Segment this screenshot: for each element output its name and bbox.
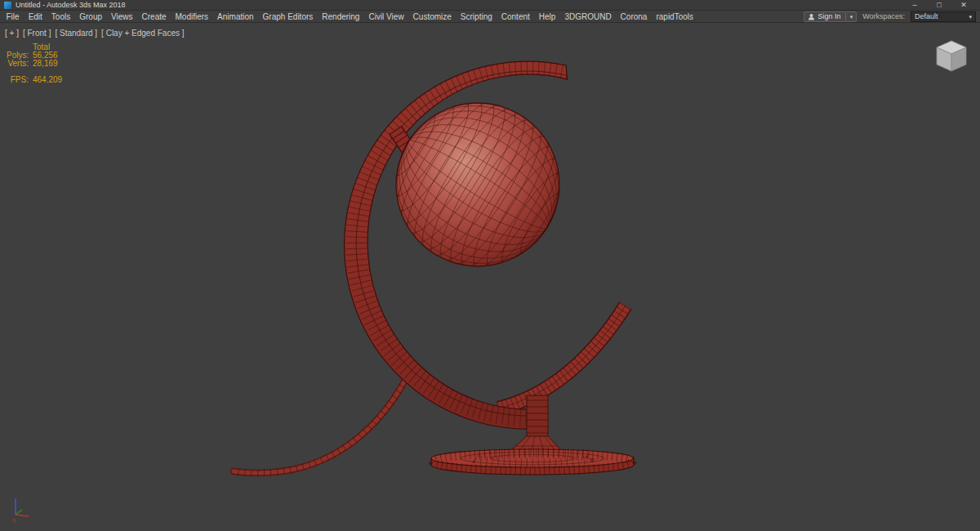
stats-fps-label: FPS:	[7, 76, 29, 84]
support-arm[interactable]	[498, 306, 626, 408]
menu-item-rapidtools[interactable]: rapidTools	[652, 11, 698, 23]
globe-base[interactable]	[431, 449, 634, 475]
base-stem[interactable]	[527, 395, 548, 438]
minimize-button[interactable]: –	[902, 0, 927, 11]
workspace-select[interactable]: Default ▾	[911, 11, 976, 22]
viewport-menu-pov[interactable]: [ Front ]	[23, 29, 51, 38]
viewport-statistics: Total Polys: 56,256 Verts: 28,169 FPS: 4…	[7, 43, 62, 84]
menu-item-help[interactable]: Help	[534, 11, 560, 23]
power-cable[interactable]	[234, 374, 408, 473]
menu-item-scripting[interactable]: Scripting	[456, 11, 497, 23]
x-axis-label: x	[12, 516, 16, 524]
menu-item-graph-editors[interactable]: Graph Editors	[258, 11, 318, 23]
maximize-button[interactable]: □	[927, 0, 951, 11]
menu-item-rendering[interactable]: Rendering	[318, 11, 364, 23]
menu-item-corona[interactable]: Corona	[616, 11, 652, 23]
menu-item-customize[interactable]: Customize	[408, 11, 456, 23]
menu-item-modifiers[interactable]: Modifiers	[171, 11, 213, 23]
menu-item-create[interactable]: Create	[137, 11, 171, 23]
sign-in-button[interactable]: Sign In ▾	[804, 11, 858, 22]
stats-verts-label: Verts:	[7, 60, 29, 68]
viewport-menu-general[interactable]: [ + ]	[5, 29, 19, 38]
world-axis-gizmo: x	[5, 492, 36, 524]
window-title: Untitled - Autodesk 3ds Max 2018	[16, 1, 126, 9]
menu-item-edit[interactable]: Edit	[24, 11, 47, 23]
workspace-selected-value: Default	[915, 12, 938, 20]
globe-sphere[interactable]	[364, 71, 592, 299]
signin-divider	[845, 13, 846, 20]
scene-canvas[interactable]	[0, 23, 980, 531]
menu-item-file[interactable]: File	[2, 11, 24, 23]
app-window: Untitled - Autodesk 3ds Max 2018 – □ ✕ F…	[0, 0, 980, 531]
workspaces-label: Workspaces:	[862, 12, 905, 20]
viewport[interactable]: [ + ] [ Front ] [ Standard ] [ Clay + Ed…	[0, 23, 980, 531]
user-icon	[808, 13, 815, 20]
menu-item-3dground[interactable]: 3DGROUND	[560, 11, 616, 23]
3dsmax-app-icon	[4, 2, 11, 9]
sign-in-label: Sign In	[818, 12, 841, 20]
viewport-label: [ + ] [ Front ] [ Standard ] [ Clay + Ed…	[5, 29, 185, 38]
viewcube[interactable]	[928, 36, 975, 75]
menu-item-animation[interactable]: Animation	[213, 11, 258, 23]
menu-item-civil-view[interactable]: Civil View	[364, 11, 408, 23]
viewport-menu-shading[interactable]: [ Standard ]	[55, 29, 97, 38]
menubar: File Edit Tools Group Views Create Modif…	[0, 11, 980, 23]
stats-fps-value: 464.209	[33, 76, 62, 84]
y-axis-icon	[16, 510, 22, 515]
menu-item-content[interactable]: Content	[497, 11, 534, 23]
viewport-menu-style[interactable]: [ Clay + Edged Faces ]	[101, 29, 184, 38]
chevron-down-icon: ▾	[969, 14, 972, 20]
menu-item-views[interactable]: Views	[107, 11, 138, 23]
menu-item-tools[interactable]: Tools	[47, 11, 74, 23]
x-axis-icon	[16, 515, 29, 516]
menubar-right: Sign In ▾ Workspaces: Default ▾	[804, 11, 980, 22]
window-controls: – □ ✕	[902, 0, 976, 11]
close-button[interactable]: ✕	[951, 0, 976, 11]
menu-list: File Edit Tools Group Views Create Modif…	[0, 11, 698, 23]
titlebar: Untitled - Autodesk 3ds Max 2018 – □ ✕	[0, 0, 980, 11]
stats-verts-value: 28,169	[33, 60, 62, 68]
menu-item-group[interactable]: Group	[75, 11, 107, 23]
chevron-down-icon[interactable]: ▾	[850, 14, 853, 20]
